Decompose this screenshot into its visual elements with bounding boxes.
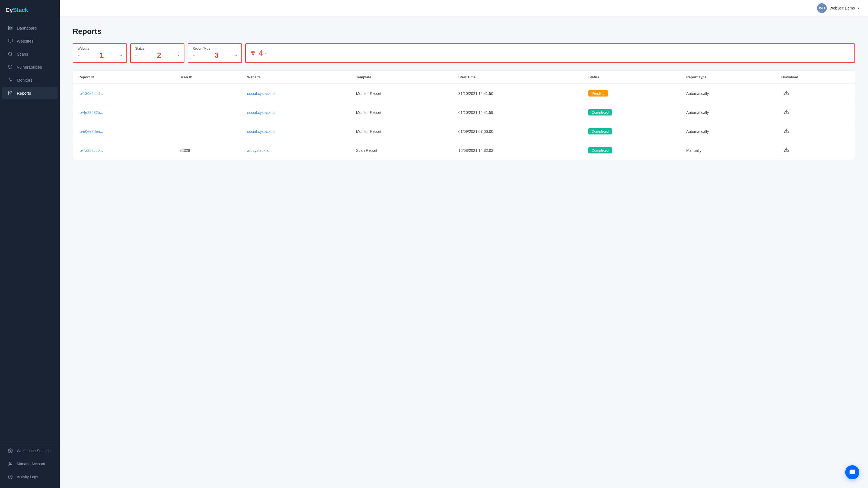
report-type-filter[interactable]: Report Type -- 3 ▾ <box>188 43 242 63</box>
cell-scan-id-1 <box>174 103 242 122</box>
cell-start-time-3: 16/08/2021 14:32:02 <box>453 141 583 160</box>
sidebar-item-manage-account[interactable]: Manage Account <box>2 458 58 470</box>
shield-icon <box>8 64 13 70</box>
cell-download-1 <box>776 103 855 122</box>
cell-template-3: Scan Report <box>351 141 453 160</box>
website-link-3[interactable]: art.cystack.io <box>247 148 269 153</box>
search-circle-icon <box>8 51 13 57</box>
svg-point-11 <box>10 450 11 452</box>
sidebar-item-dashboard[interactable]: Dashboard <box>2 22 58 34</box>
avatar: WD <box>817 3 827 13</box>
website-filter[interactable]: Website -- 1 ▾ <box>73 43 127 63</box>
sidebar-item-vulnerabilities[interactable]: Vulnerabilities <box>2 61 58 73</box>
col-download: Download <box>776 71 855 84</box>
sidebar-item-activity-logs[interactable]: Activity Logs <box>2 470 58 483</box>
status-badge-2: Completed <box>588 128 612 134</box>
reports-table-container: Report ID Scan ID Website Template Start… <box>73 70 855 160</box>
sidebar-item-label-scans: Scans <box>17 52 28 56</box>
header: WD WebSec Demo ▾ <box>60 0 868 16</box>
col-website: Website <box>242 71 350 84</box>
date-filter[interactable]: 📅 4 - <box>245 43 855 63</box>
cell-download-0 <box>776 84 855 103</box>
status-badge-0: Pending <box>588 90 608 97</box>
website-link-0[interactable]: social.cystack.io <box>247 91 275 96</box>
download-button-2[interactable] <box>781 127 791 136</box>
website-filter-chevron: ▾ <box>120 53 122 58</box>
sidebar-item-label-websites: Websites <box>17 39 33 43</box>
svg-rect-2 <box>11 29 12 30</box>
report-id-link-2[interactable]: rp-e0ee8dea... <box>79 129 103 134</box>
website-filter-label: Website <box>78 46 122 51</box>
col-report-id: Report ID <box>73 71 174 84</box>
sidebar-item-label-manage-account: Manage Account <box>17 462 45 466</box>
col-template: Template <box>351 71 453 84</box>
svg-line-8 <box>11 55 12 56</box>
activity-icon <box>8 77 13 83</box>
cell-download-3 <box>776 141 855 160</box>
status-filter[interactable]: Status -- 2 ▾ <box>130 43 184 63</box>
cell-report-id-1: rp-4e23582b... <box>73 103 174 122</box>
cell-status-0: Pending <box>583 84 681 103</box>
report-id-link-0[interactable]: rp-136e2cbd... <box>79 91 103 96</box>
download-button-1[interactable] <box>781 108 791 117</box>
cell-report-type-1: Automatically <box>681 103 776 122</box>
report-id-link-3[interactable]: rp-7a252c55... <box>79 148 103 153</box>
status-filter-value: -- <box>135 53 138 58</box>
sidebar-item-monitors[interactable]: Monitors <box>2 74 58 86</box>
report-id-link-1[interactable]: rp-4e23582b... <box>79 110 103 115</box>
svg-rect-3 <box>8 29 10 30</box>
cell-website-2: social.cystack.io <box>242 122 350 141</box>
sidebar-item-workspace-settings[interactable]: Workspace Settings <box>2 445 58 457</box>
cell-template-1: Monitor Report <box>351 103 453 122</box>
sidebar-item-label-activity-logs: Activity Logs <box>17 475 38 479</box>
calendar-icon: 📅 <box>250 51 255 56</box>
table-row: rp-4e23582b... social.cystack.io Monitor… <box>73 103 855 122</box>
report-type-filter-chevron: ▾ <box>235 53 237 58</box>
cell-report-id-0: rp-136e2cbd... <box>73 84 174 103</box>
cell-status-1: Completed <box>583 103 681 122</box>
table-row: rp-e0ee8dea... social.cystack.io Monitor… <box>73 122 855 141</box>
date-filter-dash: - <box>265 51 267 56</box>
sidebar-item-reports[interactable]: Reports <box>2 87 58 99</box>
user-name: WebSec Demo <box>830 6 855 10</box>
chat-button[interactable] <box>845 465 859 479</box>
report-type-filter-label: Report Type <box>193 46 237 51</box>
cell-status-3: Completed <box>583 141 681 160</box>
sidebar-nav: Dashboard Websites Scans Vulnerabilities <box>0 19 60 442</box>
grid-icon <box>8 25 13 31</box>
download-button-0[interactable] <box>781 89 791 98</box>
user-icon <box>8 461 13 466</box>
sidebar: CyStack Dashboard Websites Scans <box>0 0 60 488</box>
col-report-type: Report Type <box>681 71 776 84</box>
cell-report-type-2: Automatically <box>681 122 776 141</box>
status-badge-1: Completed <box>588 109 612 116</box>
cell-report-type-0: Automatically <box>681 84 776 103</box>
sidebar-bottom: Workspace Settings Manage Account Activi… <box>0 442 60 488</box>
table-row: rp-7a252c55... 82328 art.cystack.io Scan… <box>73 141 855 160</box>
svg-rect-0 <box>8 26 10 27</box>
sidebar-item-label-vulnerabilities: Vulnerabilities <box>17 65 42 69</box>
download-button-3[interactable] <box>781 146 791 155</box>
cell-start-time-1: 01/10/2021 14:41:59 <box>453 103 583 122</box>
cell-report-id-3: rp-7a252c55... <box>73 141 174 160</box>
website-link-2[interactable]: social.cystack.io <box>247 129 275 134</box>
user-menu[interactable]: WD WebSec Demo ▾ <box>817 3 859 13</box>
sidebar-item-label-monitors: Monitors <box>17 78 33 83</box>
cell-template-2: Monitor Report <box>351 122 453 141</box>
website-link-1[interactable]: social.cystack.io <box>247 110 275 115</box>
sidebar-item-scans[interactable]: Scans <box>2 48 58 60</box>
sidebar-item-label-dashboard: Dashboard <box>17 26 37 30</box>
report-type-filter-number: 3 <box>215 51 219 60</box>
svg-point-7 <box>8 52 12 55</box>
chevron-down-icon: ▾ <box>858 6 859 10</box>
cell-status-2: Completed <box>583 122 681 141</box>
website-filter-number: 1 <box>99 51 104 60</box>
page-title: Reports <box>73 27 855 36</box>
status-filter-row: -- 2 ▾ <box>135 51 180 60</box>
cell-start-time-0: 31/10/2021 14:41:50 <box>453 84 583 103</box>
status-filter-label: Status <box>135 46 180 51</box>
content-area: Reports Website -- 1 ▾ Status -- 2 ▾ <box>60 16 868 488</box>
sidebar-item-websites[interactable]: Websites <box>2 35 58 47</box>
filters-bar: Website -- 1 ▾ Status -- 2 ▾ Report Type <box>73 43 855 63</box>
report-type-filter-value: -- <box>193 53 195 58</box>
